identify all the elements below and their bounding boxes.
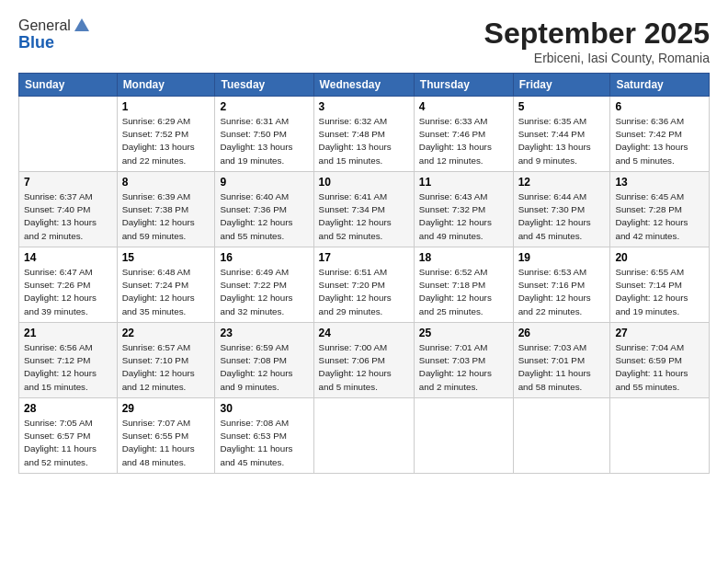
day-number: 28 [24,402,112,415]
weekday-header-saturday: Saturday [610,74,710,97]
day-info: Sunrise: 6:40 AMSunset: 7:36 PMDaylight:… [220,190,308,243]
day-number: 13 [615,176,704,189]
day-info: Sunrise: 6:56 AMSunset: 7:12 PMDaylight:… [24,341,112,394]
calendar-cell: 3Sunrise: 6:32 AMSunset: 7:48 PMDaylight… [313,97,414,172]
calendar-row: 28Sunrise: 7:05 AMSunset: 6:57 PMDayligh… [19,398,710,474]
calendar-cell: 5Sunrise: 6:35 AMSunset: 7:44 PMDaylight… [513,97,610,172]
calendar-cell: 19Sunrise: 6:53 AMSunset: 7:16 PMDayligh… [513,247,610,323]
svg-marker-0 [74,18,89,31]
day-number: 25 [419,327,508,339]
logo-blue-text: Blue [18,33,91,52]
day-number: 11 [419,176,508,189]
calendar-cell: 17Sunrise: 6:51 AMSunset: 7:20 PMDayligh… [313,247,414,323]
calendar-cell: 24Sunrise: 7:00 AMSunset: 7:06 PMDayligh… [313,323,414,398]
day-number: 18 [419,251,508,264]
header: General Blue September 2025 Erbiceni, Ia… [18,17,710,65]
location: Erbiceni, Iasi County, Romania [484,51,710,65]
logo-general-text: General [18,17,71,34]
day-info: Sunrise: 6:43 AMSunset: 7:32 PMDaylight:… [419,190,508,243]
calendar-cell: 30Sunrise: 7:08 AMSunset: 6:53 PMDayligh… [215,398,313,474]
calendar-cell: 7Sunrise: 6:37 AMSunset: 7:40 PMDaylight… [19,172,118,247]
day-number: 24 [319,327,409,339]
day-number: 27 [615,327,704,339]
day-info: Sunrise: 6:51 AMSunset: 7:20 PMDaylight:… [319,266,409,318]
day-number: 22 [122,327,210,339]
day-info: Sunrise: 6:29 AMSunset: 7:52 PMDaylight:… [122,115,210,167]
day-number: 16 [220,251,308,264]
day-info: Sunrise: 6:48 AMSunset: 7:24 PMDaylight:… [122,266,210,318]
day-number: 4 [419,100,508,113]
day-info: Sunrise: 7:03 AMSunset: 7:01 PMDaylight:… [518,341,606,394]
day-number: 17 [319,251,409,264]
calendar-cell: 28Sunrise: 7:05 AMSunset: 6:57 PMDayligh… [19,398,118,474]
month-title: September 2025 [484,17,710,51]
day-number: 2 [220,100,308,113]
calendar-cell: 9Sunrise: 6:40 AMSunset: 7:36 PMDaylight… [215,172,313,247]
day-info: Sunrise: 6:59 AMSunset: 7:08 PMDaylight:… [220,341,308,394]
weekday-header-tuesday: Tuesday [215,74,313,97]
calendar-cell: 29Sunrise: 7:07 AMSunset: 6:55 PMDayligh… [117,398,215,474]
day-number: 7 [24,176,112,189]
day-info: Sunrise: 7:05 AMSunset: 6:57 PMDaylight:… [24,417,112,469]
calendar-cell: 16Sunrise: 6:49 AMSunset: 7:22 PMDayligh… [215,247,313,323]
calendar-cell: 26Sunrise: 7:03 AMSunset: 7:01 PMDayligh… [513,323,610,398]
day-info: Sunrise: 6:37 AMSunset: 7:40 PMDaylight:… [24,190,112,243]
day-info: Sunrise: 7:08 AMSunset: 6:53 PMDaylight:… [220,417,308,469]
day-number: 12 [518,176,606,189]
day-number: 10 [319,176,409,189]
calendar-cell: 2Sunrise: 6:31 AMSunset: 7:50 PMDaylight… [215,97,313,172]
day-number: 19 [518,251,606,264]
calendar-cell: 15Sunrise: 6:48 AMSunset: 7:24 PMDayligh… [117,247,215,323]
day-number: 9 [220,176,308,189]
day-number: 21 [24,327,112,339]
weekday-header-sunday: Sunday [19,74,118,97]
calendar-cell: 25Sunrise: 7:01 AMSunset: 7:03 PMDayligh… [414,323,513,398]
calendar-row: 14Sunrise: 6:47 AMSunset: 7:26 PMDayligh… [19,247,710,323]
day-number: 6 [615,100,704,113]
calendar-table: SundayMondayTuesdayWednesdayThursdayFrid… [18,73,710,474]
day-info: Sunrise: 6:47 AMSunset: 7:26 PMDaylight:… [24,266,112,318]
calendar-cell: 14Sunrise: 6:47 AMSunset: 7:26 PMDayligh… [19,247,118,323]
calendar-cell [610,398,710,474]
day-number: 30 [220,402,308,415]
weekday-header-thursday: Thursday [414,74,513,97]
day-info: Sunrise: 6:35 AMSunset: 7:44 PMDaylight:… [518,115,606,167]
day-info: Sunrise: 6:53 AMSunset: 7:16 PMDaylight:… [518,266,606,318]
calendar-cell [513,398,610,474]
day-number: 8 [122,176,210,189]
day-number: 1 [122,100,210,113]
day-number: 29 [122,402,210,415]
logo-icon [73,17,91,35]
calendar-cell: 10Sunrise: 6:41 AMSunset: 7:34 PMDayligh… [313,172,414,247]
calendar-cell: 8Sunrise: 6:39 AMSunset: 7:38 PMDaylight… [117,172,215,247]
day-info: Sunrise: 6:44 AMSunset: 7:30 PMDaylight:… [518,190,606,243]
day-info: Sunrise: 6:41 AMSunset: 7:34 PMDaylight:… [319,190,409,243]
calendar-cell [414,398,513,474]
day-number: 14 [24,251,112,264]
calendar-header-row: SundayMondayTuesdayWednesdayThursdayFrid… [19,74,710,97]
day-info: Sunrise: 6:31 AMSunset: 7:50 PMDaylight:… [220,115,308,167]
calendar-cell: 6Sunrise: 6:36 AMSunset: 7:42 PMDaylight… [610,97,710,172]
calendar-row: 7Sunrise: 6:37 AMSunset: 7:40 PMDaylight… [19,172,710,247]
calendar-cell: 13Sunrise: 6:45 AMSunset: 7:28 PMDayligh… [610,172,710,247]
calendar-row: 21Sunrise: 6:56 AMSunset: 7:12 PMDayligh… [19,323,710,398]
day-number: 20 [615,251,704,264]
calendar-cell: 23Sunrise: 6:59 AMSunset: 7:08 PMDayligh… [215,323,313,398]
day-info: Sunrise: 6:36 AMSunset: 7:42 PMDaylight:… [615,115,704,167]
day-info: Sunrise: 6:52 AMSunset: 7:18 PMDaylight:… [419,266,508,318]
calendar-cell: 20Sunrise: 6:55 AMSunset: 7:14 PMDayligh… [610,247,710,323]
logo: General Blue [18,17,91,52]
day-info: Sunrise: 7:04 AMSunset: 6:59 PMDaylight:… [615,341,704,394]
day-info: Sunrise: 7:00 AMSunset: 7:06 PMDaylight:… [319,341,409,394]
day-info: Sunrise: 6:32 AMSunset: 7:48 PMDaylight:… [319,115,409,167]
day-info: Sunrise: 6:45 AMSunset: 7:28 PMDaylight:… [615,190,704,243]
day-number: 5 [518,100,606,113]
calendar-cell: 1Sunrise: 6:29 AMSunset: 7:52 PMDaylight… [117,97,215,172]
calendar-row: 1Sunrise: 6:29 AMSunset: 7:52 PMDaylight… [19,97,710,172]
calendar-cell [19,97,118,172]
calendar-cell: 4Sunrise: 6:33 AMSunset: 7:46 PMDaylight… [414,97,513,172]
calendar-cell: 11Sunrise: 6:43 AMSunset: 7:32 PMDayligh… [414,172,513,247]
day-info: Sunrise: 6:39 AMSunset: 7:38 PMDaylight:… [122,190,210,243]
day-info: Sunrise: 7:01 AMSunset: 7:03 PMDaylight:… [419,341,508,394]
day-info: Sunrise: 6:57 AMSunset: 7:10 PMDaylight:… [122,341,210,394]
